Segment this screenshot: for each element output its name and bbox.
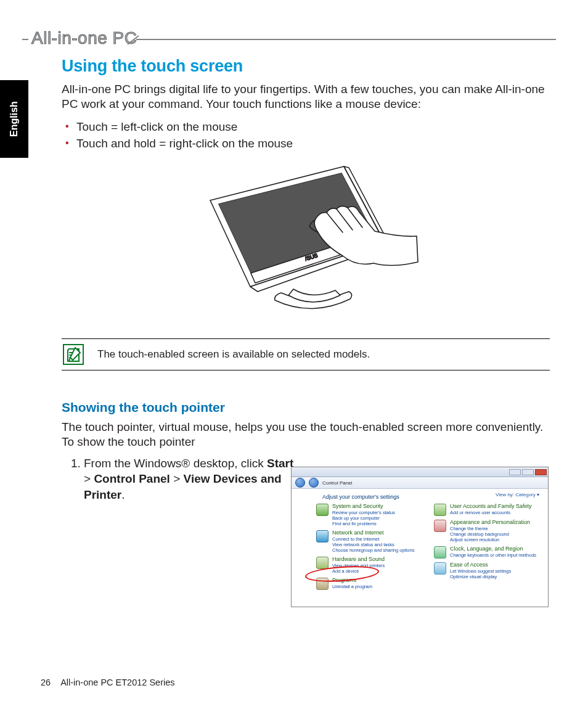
header-rule-left <box>22 39 28 40</box>
cp-category-system-security[interactable]: System and Security Review your computer… <box>316 504 423 526</box>
printer-icon <box>316 557 329 569</box>
cp-link[interactable]: Back up your computer <box>332 515 395 521</box>
touch-bullet-list: Touch = left-click on the mouse Touch an… <box>62 118 550 152</box>
cp-right-column: User Accounts and Family Safety Add or r… <box>434 504 541 594</box>
language-tab-label: English <box>9 101 20 137</box>
cp-link[interactable]: View network status and tasks <box>332 542 414 547</box>
touch-illustration: /SUS <box>189 163 423 322</box>
step-text: From the Windows® desktop, click <box>84 457 267 470</box>
cp-link[interactable]: Add or remove user accounts <box>450 510 532 515</box>
manual-page: All-in-one PC All-in-one PC English Usin… <box>0 0 588 712</box>
shield-icon <box>316 504 329 516</box>
step-bold: Control Panel <box>94 472 170 485</box>
page-footer: 26 All-in-one PC ET2012 Series <box>41 677 175 687</box>
page-number: 26 <box>41 677 51 687</box>
cp-viewby[interactable]: View by: Category ▾ <box>496 492 539 497</box>
cp-link[interactable]: Review your computer's status <box>332 510 395 515</box>
monitor-icon <box>434 520 446 532</box>
cp-link[interactable]: Optimize visual display <box>450 574 511 579</box>
cp-link[interactable]: Connect to the Internet <box>332 536 414 542</box>
cp-cat-label: User Accounts and Family Safety <box>450 504 532 510</box>
cp-category-network[interactable]: Network and Internet Connect to the Inte… <box>316 530 423 553</box>
cp-cat-label: Appearance and Personalization <box>450 520 530 526</box>
control-panel-screenshot: Control Panel Adjust your computer's set… <box>291 467 549 607</box>
cp-titlebar <box>292 467 548 477</box>
cp-link[interactable]: Change the theme <box>450 526 530 531</box>
svg-line-0 <box>128 36 139 44</box>
window-maximize-button[interactable] <box>522 469 534 475</box>
step-item: From the Windows® desktop, click Start >… <box>84 456 300 502</box>
cp-link[interactable]: Choose homegroup and sharing options <box>332 547 414 553</box>
cp-link[interactable]: Adjust screen resolution <box>450 537 530 542</box>
users-icon <box>434 504 446 516</box>
cp-link[interactable]: Find and fix problems <box>332 521 395 526</box>
header-rule-right <box>136 39 556 40</box>
section-heading: Using the touch screen <box>62 57 550 76</box>
step-text: . <box>121 488 125 501</box>
step-bold: Start <box>267 457 293 470</box>
nav-forward-button[interactable] <box>309 478 319 488</box>
language-tab: English <box>0 80 28 158</box>
cp-link[interactable]: Let Windows suggest settings <box>450 568 511 574</box>
sub-intro-paragraph: The touch pointer, virtual mouse, helps … <box>62 420 550 450</box>
header-product-line-outline: All-in-one PC <box>31 28 137 48</box>
globe-icon <box>316 530 329 542</box>
window-close-button[interactable] <box>535 469 547 475</box>
header-rule-diagonal <box>127 35 139 45</box>
subsection-heading: Showing the touch pointer <box>62 400 550 415</box>
cp-link[interactable]: Uninstall a program <box>332 584 372 589</box>
cp-link[interactable]: Change desktop background <box>450 531 530 537</box>
step-sep: > <box>170 472 184 485</box>
nav-back-button[interactable] <box>295 478 305 488</box>
intro-paragraph: All-in-one PC brings digital life to you… <box>62 82 550 112</box>
note-text: The touch-enabled screen is available on… <box>97 348 550 361</box>
cp-toolbar: Control Panel <box>292 477 548 489</box>
cp-category-user-accounts[interactable]: User Accounts and Family Safety Add or r… <box>434 504 541 516</box>
touch-illustration-wrap: /SUS <box>62 163 550 322</box>
cp-body: System and Security Review your computer… <box>292 502 548 594</box>
bullet-item: Touch = left-click on the mouse <box>76 118 550 136</box>
cp-cat-label: Clock, Language, and Region <box>450 546 536 552</box>
cp-cat-label: System and Security <box>332 504 395 510</box>
cp-category-appearance[interactable]: Appearance and Personalization Change th… <box>434 520 541 542</box>
note-icon <box>63 344 84 365</box>
window-minimize-button[interactable] <box>509 469 521 475</box>
content-column: Using the touch screen All-in-one PC bri… <box>62 57 550 502</box>
header-product-line: All-in-one PC All-in-one PC <box>31 28 137 48</box>
step-sep: > <box>84 472 94 485</box>
cp-cat-label: Hardware and Sound <box>332 557 385 563</box>
note-box: The touch-enabled screen is available on… <box>62 338 550 370</box>
footer-doc-title: All-in-one PC ET2012 Series <box>60 677 174 687</box>
cp-category-ease-of-access[interactable]: Ease of Access Let Windows suggest setti… <box>434 562 541 579</box>
cp-cat-label: Ease of Access <box>450 562 511 568</box>
clock-icon <box>434 546 446 559</box>
cp-cat-label: Network and Internet <box>332 530 414 536</box>
cp-link[interactable]: Change keyboards or other input methods <box>450 552 536 558</box>
cp-category-clock-region[interactable]: Clock, Language, and Region Change keybo… <box>434 546 541 559</box>
accessibility-icon <box>434 562 446 575</box>
cp-address: Control Panel <box>322 480 352 486</box>
bullet-item: Touch and hold = right-click on the mous… <box>76 135 550 152</box>
